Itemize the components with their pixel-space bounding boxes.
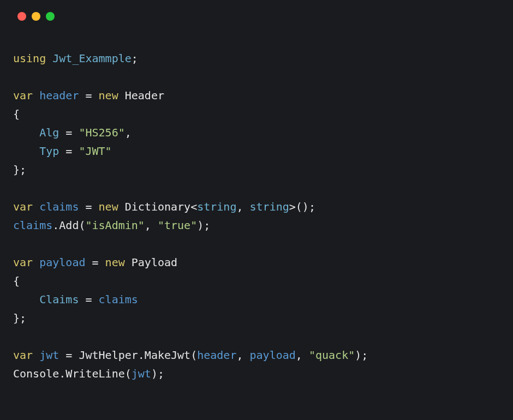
code-token: = [59, 349, 79, 362]
code-line: var jwt = JwtHelper.MakeJwt(header, payl… [13, 346, 500, 364]
code-token: claims [13, 219, 52, 232]
code-token: jwt [132, 367, 151, 380]
code-token: JwtHelper [79, 349, 138, 362]
code-token: Jwt_Exammple [52, 52, 132, 65]
code-token: < [190, 200, 197, 213]
code-line: claims.Add("isAdmin", "true"); [13, 216, 500, 235]
code-line [13, 235, 500, 253]
code-line [13, 179, 500, 197]
code-token: , [125, 126, 132, 139]
code-line: Alg = "HS256", [13, 123, 500, 142]
code-token: header [197, 349, 236, 362]
code-token [13, 126, 39, 139]
code-token: Claims [39, 293, 79, 306]
code-token: jwt [39, 349, 59, 362]
code-token: "HS256" [79, 126, 124, 139]
code-token: Add [59, 219, 79, 232]
code-token: , [236, 200, 249, 213]
code-token: . [52, 219, 59, 232]
code-token: }; [13, 311, 26, 325]
code-token: { [13, 107, 20, 121]
window-titlebar [0, 0, 513, 21]
code-token: var [13, 256, 33, 269]
code-token: using [13, 52, 46, 65]
code-line: { [13, 105, 500, 123]
code-token [33, 349, 39, 362]
code-line: }; [13, 160, 500, 179]
code-token: string [197, 200, 236, 213]
code-line [13, 68, 500, 86]
code-token: ( [190, 349, 197, 362]
code-line: { [13, 272, 500, 290]
code-line: var payload = new Payload [13, 253, 500, 272]
code-line: }; [13, 309, 500, 327]
code-token [33, 200, 39, 213]
code-token: string [250, 200, 289, 213]
code-token: payload [250, 349, 296, 362]
code-token [46, 52, 52, 65]
maximize-icon[interactable] [46, 12, 55, 21]
close-icon[interactable] [17, 12, 26, 21]
code-token: , [296, 349, 309, 362]
code-token: MakeJwt [145, 349, 190, 362]
code-token: ); [151, 367, 164, 380]
code-token: Dictionary [125, 200, 190, 213]
code-token: Console [13, 367, 59, 380]
code-token: }; [13, 163, 26, 176]
code-token: new [99, 200, 118, 213]
code-token: Header [125, 89, 164, 102]
code-token [125, 256, 132, 269]
code-token: Payload [132, 256, 177, 269]
code-token: = [85, 256, 105, 269]
code-line: var header = new Header [13, 86, 500, 105]
code-token: WriteLine [65, 367, 124, 380]
code-token: = [79, 200, 98, 213]
code-token: ( [79, 219, 85, 232]
code-line [13, 327, 500, 346]
code-token: ); [355, 349, 368, 362]
code-editor: using Jwt_Exammple; var header = new Hea… [0, 21, 513, 396]
code-token: , [145, 219, 158, 232]
code-token: new [99, 89, 118, 102]
code-token [13, 293, 39, 306]
code-token: "isAdmin" [85, 219, 144, 232]
code-token: ( [125, 367, 132, 380]
code-line: Console.WriteLine(jwt); [13, 364, 500, 383]
code-token: payload [39, 256, 85, 269]
code-token: var [13, 349, 33, 362]
code-token: var [13, 200, 33, 213]
minimize-icon[interactable] [32, 12, 40, 21]
code-token: var [13, 89, 33, 102]
code-token: = [59, 126, 79, 139]
code-token: (); [296, 200, 315, 213]
code-token: claims [39, 200, 79, 213]
code-token: header [39, 89, 79, 102]
code-token: ); [197, 219, 210, 232]
code-token [33, 89, 39, 102]
code-token: = [79, 89, 98, 102]
code-token: ; [132, 52, 138, 65]
code-token: Typ [39, 145, 59, 158]
code-token: > [289, 200, 296, 213]
code-token: Alg [39, 126, 59, 139]
code-token [118, 89, 125, 102]
code-token: "true" [158, 219, 197, 232]
code-line: using Jwt_Exammple; [13, 49, 500, 68]
code-token [13, 145, 39, 158]
code-window: using Jwt_Exammple; var header = new Hea… [0, 0, 513, 420]
code-token: { [13, 274, 20, 287]
code-token: claims [99, 293, 138, 306]
code-token [118, 200, 125, 213]
code-token: . [59, 367, 65, 380]
code-token: . [138, 349, 145, 362]
code-token [33, 256, 39, 269]
code-token: "quack" [309, 349, 355, 362]
code-line: Typ = "JWT" [13, 142, 500, 160]
code-token: = [79, 293, 98, 306]
code-line: var claims = new Dictionary<string, stri… [13, 197, 500, 216]
code-line: Claims = claims [13, 290, 500, 309]
code-token: = [59, 145, 79, 158]
code-token: "JWT" [79, 145, 111, 158]
code-token: new [105, 256, 125, 269]
code-token: , [236, 349, 249, 362]
